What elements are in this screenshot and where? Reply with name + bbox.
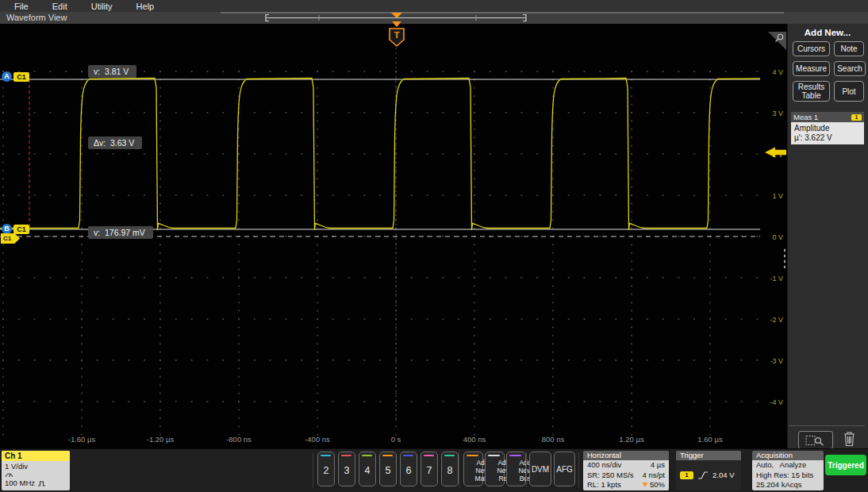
channel5-label: 5	[380, 465, 396, 476]
channel4-button[interactable]: 4	[359, 452, 376, 486]
zoom-corner-handle[interactable]	[768, 32, 786, 50]
record-overview-minimap[interactable]	[214, 11, 789, 24]
x-label: -1.60 µs	[68, 435, 96, 444]
cursor-a-badge[interactable]: A	[2, 71, 12, 82]
channel7-label: 7	[421, 465, 437, 476]
afg-button[interactable]: AFG	[554, 452, 575, 486]
channel7-color-stripe	[424, 455, 434, 457]
y-label: 0 V	[772, 233, 783, 241]
meas1-source-chip: 1	[851, 114, 862, 121]
channel7-button[interactable]: 7	[421, 452, 438, 486]
add-new-ref-button[interactable]: Add New Ref	[485, 452, 505, 486]
cursor-b-source-chip[interactable]: C1	[13, 225, 29, 234]
record-length: RL: 1 kpts	[587, 480, 621, 490]
y-label: 1 V	[772, 192, 783, 200]
trash-button[interactable]	[843, 430, 856, 448]
zoom-mode-button[interactable]	[798, 431, 833, 449]
x-label: 400 ns	[463, 435, 486, 444]
meas1-value: µ': 3.622 V	[794, 133, 861, 143]
menu-utility[interactable]: Utility	[91, 2, 113, 11]
meas1-card[interactable]: Amplitude µ': 3.622 V	[791, 122, 864, 144]
channel3-color-stripe	[341, 455, 351, 457]
horizontal-position: 50%	[650, 480, 665, 490]
channel4-label: 4	[359, 465, 375, 476]
channel3-button[interactable]: 3	[338, 452, 355, 486]
acquisition-resolution: High Res: 15 bits	[756, 471, 820, 481]
measure-button[interactable]: Measure	[793, 61, 830, 76]
horizontal-badge[interactable]: Horizontal 400 ns/div4 µs SR: 250 MS/s4 …	[583, 451, 669, 490]
separator	[578, 452, 579, 487]
separator	[313, 452, 313, 487]
x-label: -1.20 µs	[147, 435, 175, 444]
menu-edit[interactable]: Edit	[52, 2, 67, 11]
channel3-label: 3	[339, 465, 355, 476]
channel5-color-stripe	[382, 455, 393, 457]
note-button[interactable]: Note	[834, 41, 864, 56]
trigger-badge[interactable]: Trigger 1 2.04 V	[676, 451, 741, 490]
cursor-b-readout[interactable]: v: 176.97 mV	[88, 226, 153, 239]
math-color-stripe	[467, 455, 478, 457]
meas1-title: Meas 1	[793, 113, 818, 121]
graticule-dots-vertical	[0, 67, 760, 436]
channel2-color-stripe	[321, 455, 331, 457]
cursor-a-source-chip[interactable]: C1	[13, 72, 29, 82]
x-label: 1.60 µs	[697, 435, 723, 444]
channel6-color-stripe	[403, 455, 413, 457]
panel-divider	[789, 425, 865, 426]
channel1-scale: 1 V/div	[2, 462, 70, 471]
settings-bar: Ch 1 1 V/div 100 MHz 2 3	[0, 448, 868, 492]
ref-color-stripe	[488, 455, 500, 457]
plot-button[interactable]: Plot	[834, 81, 864, 102]
channel1-bandwidth: 100 MHz	[5, 479, 35, 488]
sample-rate: SR: 250 MS/s	[587, 471, 634, 481]
menu-file[interactable]: File	[14, 2, 29, 11]
channel8-label: 8	[442, 465, 458, 476]
y-label: -2 V	[770, 316, 783, 324]
y-label: 3 V	[772, 110, 783, 117]
channel1-badge[interactable]: Ch 1 1 V/div 100 MHz	[2, 451, 70, 490]
dvm-button[interactable]: DVM	[529, 452, 551, 486]
channel6-button[interactable]: 6	[400, 452, 417, 486]
channel5-button[interactable]: 5	[379, 452, 397, 486]
y-label: -4 V	[770, 398, 783, 406]
horizontal-window: 4 µs	[651, 460, 665, 471]
menu-help[interactable]: Help	[136, 2, 155, 11]
y-label: -3 V	[770, 357, 783, 365]
channel2-button[interactable]: 2	[317, 452, 335, 486]
coupling-icon	[5, 471, 13, 479]
acquisition-badge[interactable]: Acquisition Auto, Analyze High Res: 15 b…	[752, 451, 824, 490]
trigger-position-flag[interactable]: T	[386, 11, 408, 49]
meas1-header[interactable]: Meas 1 1	[791, 112, 864, 122]
channel8-button[interactable]: 8	[441, 452, 459, 486]
add-new-bus-button[interactable]: Add New Bus	[506, 452, 526, 486]
x-axis-labels: -1.60 µs -1.20 µs -800 ns -400 ns 0 s 40…	[68, 435, 723, 444]
horizontal-title: Horizontal	[583, 451, 669, 460]
search-button[interactable]: Search	[834, 61, 866, 76]
trigger-flag-letter: T	[394, 30, 400, 40]
add-new-math-button[interactable]: Add New Math	[463, 452, 483, 486]
cursors-button[interactable]: Cursors	[793, 41, 830, 56]
channel1-title: Ch 1	[2, 451, 70, 461]
results-table-button[interactable]: Results Table	[793, 81, 830, 102]
cursor-b-badge[interactable]: B	[2, 224, 12, 234]
y-label: 4 V	[772, 68, 783, 76]
trigger-title: Trigger	[676, 451, 741, 460]
cursor-a-readout[interactable]: v: 3.81 V	[88, 65, 136, 78]
x-label: -800 ns	[226, 435, 252, 444]
waveform-display[interactable]: 4 V 3 V 2 V 1 V 0 V -1 V -2 V -3 V -4 V …	[0, 24, 787, 448]
x-label: 1.20 µs	[619, 435, 644, 444]
rising-edge-icon	[697, 471, 709, 480]
oscilloscope-screen: File Edit Utility Help Waveform View	[0, 0, 868, 492]
tab-waveform-view[interactable]: Waveform View	[6, 13, 67, 22]
bus-color-stripe	[509, 455, 521, 457]
horizontal-scale: 400 ns/div	[587, 460, 621, 471]
y-axis-labels: 4 V 3 V 2 V 1 V 0 V -1 V -2 V -3 V -4 V	[770, 68, 783, 406]
add-new-title: Add New...	[788, 28, 867, 37]
results-table-line1: Results	[798, 83, 824, 91]
trash-icon	[844, 432, 855, 446]
channel4-color-stripe	[362, 455, 372, 457]
position-marker-icon	[642, 482, 648, 488]
separator	[526, 452, 527, 487]
cursor-delta-readout[interactable]: Δv: 3.63 V	[88, 136, 142, 149]
trigger-top-marker-icon	[391, 13, 402, 18]
